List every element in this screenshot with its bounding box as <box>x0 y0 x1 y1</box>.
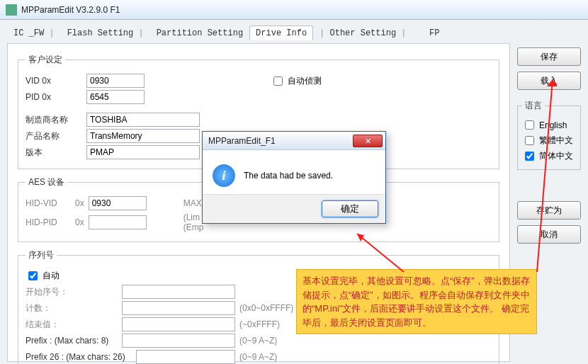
group-customer-legend: 客户设定 <box>26 54 65 66</box>
serial-count-hint: (0x0~0xFFFF) <box>239 303 293 313</box>
tabstrip: IC _FW | Flash Setting | Partition Setti… <box>0 20 588 40</box>
serial-auto-checkbox[interactable] <box>28 271 38 280</box>
pid-label: PID 0x <box>26 92 82 102</box>
save-button[interactable]: 保存 <box>517 47 581 66</box>
group-language: 语言 English 繁體中文 简体中文 <box>517 100 581 170</box>
info-icon: i <box>213 164 235 187</box>
vendor-label: 制造商名称 <box>26 114 82 126</box>
serial-prefix26-label: Prefix 26 : (Max chars: 26) <box>26 352 132 362</box>
version-input[interactable] <box>86 145 200 159</box>
serial-prefix26-hint: (0~9 A~Z) <box>239 352 277 362</box>
tab-drive-info[interactable]: Drive Info <box>249 25 313 40</box>
load-button[interactable]: 载入 <box>517 72 581 90</box>
serial-end-label: 结束值： <box>26 319 118 331</box>
hidvid-label: HID-VID <box>26 198 71 208</box>
vendor-input[interactable] <box>86 113 200 127</box>
hidpid-input[interactable] <box>89 215 147 229</box>
annotation-note: 基本设置完毕，其他设置可忽略。点“保存”，弹出数据存储提示，点“确定”，如图示。… <box>296 269 537 334</box>
tab-ic-fw[interactable]: IC _FW | <box>7 25 61 40</box>
group-serial-legend: 序列号 <box>26 249 57 261</box>
pid-input[interactable] <box>86 90 145 104</box>
hidpid-label: HID-PID <box>26 217 71 227</box>
window-titlebar: MPParamEdit V3.2.9.0 F1 <box>0 0 588 20</box>
dialog-close-button[interactable]: ✕ <box>353 135 383 147</box>
serial-end-hint: (~0xFFFF) <box>239 319 280 329</box>
serial-count-input[interactable] <box>122 301 235 315</box>
lang-english-checkbox[interactable] <box>525 120 534 130</box>
serial-prefix-label: Prefix : (Max chars: 8) <box>26 336 118 346</box>
dialog-title: MPParamEdit_F1 <box>208 136 276 146</box>
serial-end-input[interactable] <box>122 317 235 331</box>
tab-fp[interactable]: FP <box>413 25 446 40</box>
serial-prefix26-input[interactable] <box>136 350 235 364</box>
dialog-message: The data had be saved. <box>244 171 333 181</box>
language-legend: 语言 <box>522 100 545 112</box>
side-actions: 保存 载入 语言 English 繁體中文 简体中文 存贮为 取消 <box>517 43 581 244</box>
saveas-button[interactable]: 存贮为 <box>517 201 581 220</box>
group-aes-legend: AES 设备 <box>26 176 67 188</box>
vid-label: VID 0x <box>26 76 82 86</box>
save-confirm-dialog: MPParamEdit_F1 ✕ i The data had be saved… <box>202 131 386 224</box>
window-title: MPParamEdit V3.2.9.0 F1 <box>21 5 120 15</box>
app-icon <box>6 4 17 16</box>
cancel-button[interactable]: 取消 <box>517 225 581 244</box>
vid-input[interactable] <box>86 74 145 88</box>
product-input[interactable] <box>86 129 200 143</box>
aes-max-label: MAX <box>183 198 202 208</box>
version-label: 版本 <box>26 147 82 159</box>
lang-traditional-checkbox[interactable] <box>525 136 534 145</box>
dialog-ok-button[interactable]: 确定 <box>322 200 378 217</box>
serial-start-label: 开始序号： <box>26 286 118 298</box>
annotation-text: 基本设置完毕，其他设置可忽略。点“保存”，弹出数据存储提示，点“确定”，如图示。… <box>303 275 530 328</box>
tab-partition-setting[interactable]: Partition Setting <box>150 25 249 40</box>
auto-detect-label: 自动侦测 <box>288 75 322 87</box>
lang-simplified-checkbox[interactable] <box>525 152 534 161</box>
serial-prefix-input[interactable] <box>122 334 235 348</box>
serial-start-input[interactable] <box>122 285 235 299</box>
serial-prefix-hint: (0~9 A~Z) <box>239 336 277 346</box>
product-label: 产品名称 <box>26 130 82 142</box>
tab-other-setting[interactable]: | Other Setting | <box>313 25 412 40</box>
hidvid-input[interactable] <box>89 196 147 210</box>
serial-auto-label: 自动 <box>43 270 60 282</box>
tab-flash-setting[interactable]: Flash Setting | <box>61 25 150 40</box>
auto-detect-checkbox[interactable] <box>273 76 283 86</box>
serial-count-label: 计数： <box>26 302 118 314</box>
